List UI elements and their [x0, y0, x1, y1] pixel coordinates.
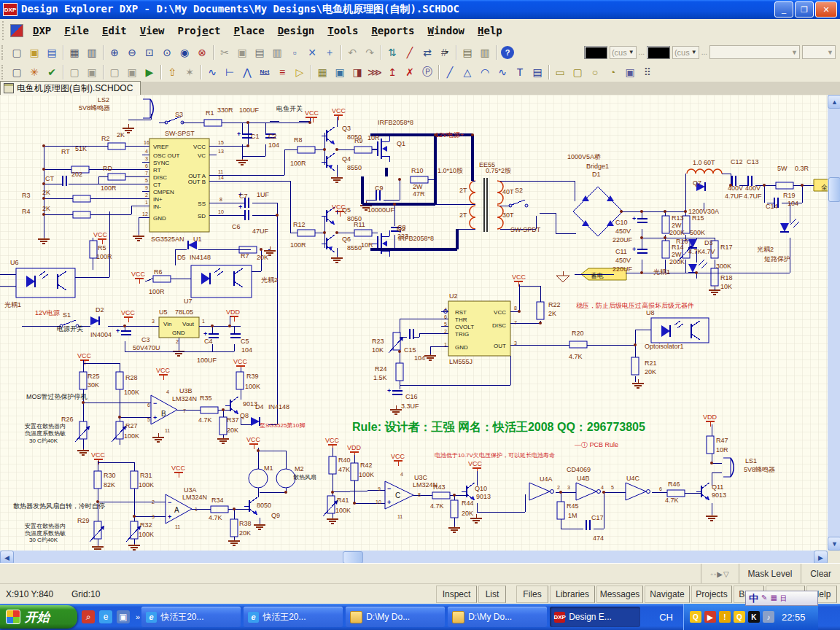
- color-swatch-2[interactable]: [647, 46, 670, 59]
- place-part-icon[interactable]: ▦: [314, 63, 331, 81]
- copy-sheet-icon[interactable]: ▢: [106, 63, 123, 81]
- toolbar-grip-2[interactable]: [1, 65, 7, 79]
- vertical-scrollbar[interactable]: ▲ ▼: [828, 95, 840, 551]
- search-quick-icon[interactable]: ⌕: [82, 610, 95, 623]
- cut-icon[interactable]: ✂: [216, 44, 233, 61]
- clear-button[interactable]: Clear: [801, 564, 840, 584]
- color-more-2[interactable]: ...: [701, 48, 707, 56]
- print-icon[interactable]: ▦: [66, 44, 83, 61]
- menu-item-place[interactable]: Place: [228, 23, 271, 38]
- redo-icon[interactable]: ↷: [361, 44, 378, 61]
- draw-pie-icon[interactable]: ◔: [604, 63, 621, 81]
- menu-item-window[interactable]: Window: [421, 23, 471, 38]
- taskbar-task-button[interactable]: DXPDesign E...: [550, 607, 640, 627]
- schematic-canvas[interactable]: ++++++++−+−+−+LS25V8蜂鸣器S3SW-SPSTR1330R10…: [0, 95, 828, 551]
- draw-curve-icon[interactable]: ∿: [494, 63, 511, 81]
- move-icon[interactable]: +: [321, 44, 338, 61]
- place-sheet-entry-icon[interactable]: ◨: [349, 63, 366, 81]
- setup-icon[interactable]: ✶: [181, 63, 198, 81]
- paste-array-icon[interactable]: ▥: [268, 44, 286, 61]
- place-bus-entry-icon[interactable]: ⋀: [238, 63, 256, 81]
- shield-tray-icon[interactable]: !: [719, 611, 731, 623]
- panel-button-navigate[interactable]: Navigate: [645, 586, 690, 603]
- ime-language-bar[interactable]: 中 ✎▦目: [745, 591, 818, 606]
- panel-button-projects[interactable]: Projects: [691, 586, 732, 603]
- ime-tool-icon[interactable]: ✎: [761, 594, 767, 604]
- scroll-up-icon[interactable]: ▲: [828, 95, 840, 109]
- ie-quick-icon[interactable]: e: [99, 610, 112, 623]
- restore-button[interactable]: ❐: [795, 1, 814, 18]
- taskbar-task-button[interactable]: e快活王20...: [141, 607, 241, 627]
- place-sheet-symbol-icon[interactable]: ▣: [331, 63, 349, 81]
- panel-button-inspect[interactable]: Inspect: [436, 586, 477, 603]
- grid-icon[interactable]: #▾: [436, 44, 454, 61]
- media-tray-icon[interactable]: ▶: [704, 611, 716, 623]
- desktop-quick-icon[interactable]: ▣: [117, 610, 130, 623]
- new-document-icon[interactable]: ▢: [8, 44, 26, 61]
- draw-polygon-icon[interactable]: △: [459, 63, 476, 81]
- new-sheet-icon[interactable]: ▢: [8, 63, 26, 81]
- zoom-area-icon[interactable]: ⊡: [141, 44, 158, 61]
- filter-combo[interactable]: ▼: [709, 45, 800, 59]
- menu-item-help[interactable]: Help: [471, 23, 509, 38]
- color-combo-2[interactable]: (cus▼: [672, 46, 699, 59]
- toolbar-grip[interactable]: [1, 45, 7, 60]
- place-wire-icon[interactable]: ∿: [203, 63, 221, 81]
- draw-arc-icon[interactable]: ◠: [476, 63, 494, 81]
- browse-library-icon[interactable]: ▥: [476, 44, 494, 61]
- quick-launch-chevron-icon[interactable]: »: [134, 612, 141, 621]
- minimize-button[interactable]: _: [774, 1, 793, 18]
- place-probe-icon[interactable]: ↥: [384, 63, 401, 81]
- panel-button-libraries[interactable]: Libraries: [550, 586, 595, 603]
- scale-combo[interactable]: ▼: [802, 45, 836, 59]
- paste-icon[interactable]: ▤: [251, 44, 268, 61]
- menu-item-dxp[interactable]: DXP: [26, 23, 58, 38]
- wizard-icon[interactable]: ╱: [401, 44, 419, 61]
- print-preview-icon[interactable]: ▥: [83, 44, 101, 61]
- help-icon[interactable]: ?: [501, 46, 514, 59]
- compile-doc-icon[interactable]: ▢: [66, 63, 83, 81]
- ime-lang-icon[interactable]: 中: [749, 592, 758, 605]
- panel-button-files[interactable]: Files: [516, 586, 548, 603]
- place-gnd-power-icon[interactable]: ≡: [273, 63, 291, 81]
- clear-filter-icon[interactable]: ⊗: [193, 44, 211, 61]
- open-project-icon[interactable]: ✳: [26, 63, 43, 81]
- zoom-document-icon[interactable]: ⊙: [158, 44, 176, 61]
- open-document-icon[interactable]: ▣: [26, 44, 43, 61]
- place-text-frame-icon[interactable]: ▤: [529, 63, 546, 81]
- run-sheet-icon[interactable]: ▶: [141, 63, 158, 81]
- title-bar[interactable]: DXP Design Explorer DXP - D:\My Document…: [0, 0, 840, 19]
- menu-item-reports[interactable]: Reports: [365, 23, 421, 38]
- color-swatch-1[interactable]: [584, 46, 607, 59]
- tab-schematic-document[interactable]: 电鱼机原理图(自制).SCHDOC: [0, 81, 141, 95]
- qq2-tray-icon[interactable]: Q: [734, 611, 745, 623]
- draw-line-icon[interactable]: ╱: [441, 63, 459, 81]
- place-text-icon[interactable]: T: [511, 63, 529, 81]
- ime-tool-icon[interactable]: 目: [780, 594, 788, 604]
- save-icon[interactable]: ▤: [43, 44, 61, 61]
- place-no-erc-icon[interactable]: ✗: [401, 63, 419, 81]
- zoom-point-icon[interactable]: ◉: [176, 44, 193, 61]
- language-indicator[interactable]: CH: [653, 612, 679, 623]
- select-area-icon[interactable]: ▫: [286, 44, 303, 61]
- menu-item-edit[interactable]: Edit: [96, 23, 133, 38]
- zoom-out-icon[interactable]: ⊖: [123, 44, 141, 61]
- menu-item-project[interactable]: Project: [171, 23, 228, 38]
- kaspersky-tray-icon[interactable]: K: [748, 611, 760, 623]
- place-bus-icon[interactable]: ⊢: [221, 63, 238, 81]
- sort-icon[interactable]: ⇅: [384, 44, 401, 61]
- open-design-icon[interactable]: ✔: [43, 63, 61, 81]
- draw-round-rect-icon[interactable]: ▢: [569, 63, 586, 81]
- draw-ellipse-icon[interactable]: ○: [586, 63, 604, 81]
- compile-project-icon[interactable]: ▣: [83, 63, 101, 81]
- draw-rect-icon[interactable]: ▭: [551, 63, 569, 81]
- copy-icon[interactable]: ▣: [233, 44, 251, 61]
- menu-item-tools[interactable]: Tools: [321, 23, 365, 38]
- vertical-scroll-thumb[interactable]: [828, 177, 840, 202]
- filter-indicator-icon[interactable]: ◦◦▶▽: [701, 564, 738, 584]
- menu-item-view[interactable]: View: [133, 23, 171, 38]
- scroll-down-icon[interactable]: ▼: [828, 537, 840, 551]
- horizontal-scroll-thumb[interactable]: [343, 551, 363, 564]
- doc-options-icon[interactable]: ▣: [123, 63, 141, 81]
- taskbar-task-button[interactable]: D:\My Do...: [448, 607, 547, 627]
